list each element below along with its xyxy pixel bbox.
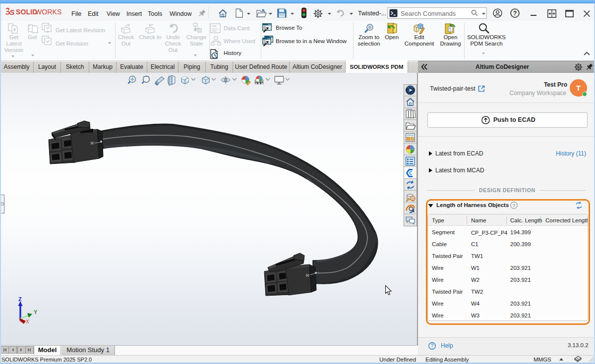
- svg-text:?: ?: [513, 203, 515, 208]
- svg-text:?: ?: [431, 343, 434, 349]
- svg-text:Y: Y: [34, 309, 38, 315]
- svg-text:X: X: [26, 319, 29, 324]
- svg-text:@: @: [411, 197, 415, 201]
- svg-text:Z: Z: [18, 296, 22, 302]
- svg-text:WORKS: WORKS: [35, 8, 61, 16]
- svg-text:S: S: [9, 8, 15, 16]
- svg-text:?: ?: [513, 10, 517, 17]
- svg-text:SOLID: SOLID: [16, 8, 37, 16]
